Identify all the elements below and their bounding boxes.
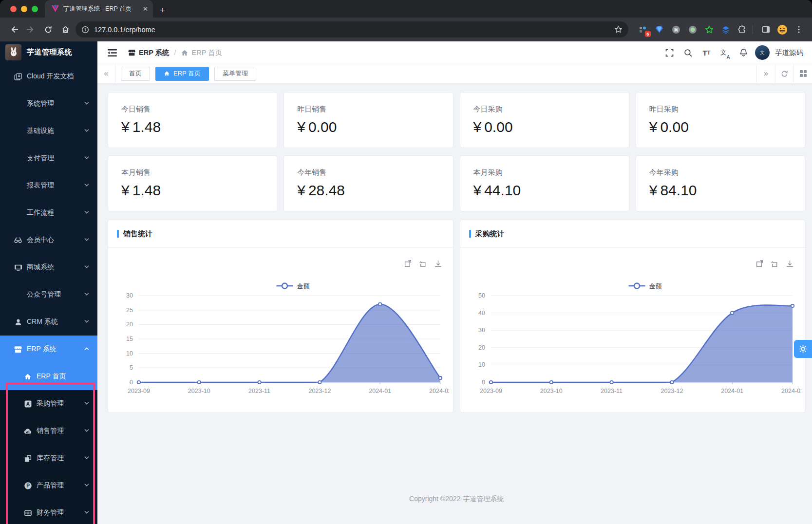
- purchase-area-chart[interactable]: 010203040502023-092023-102023-112023-122…: [465, 248, 801, 413]
- tab-close-icon[interactable]: ✕: [143, 5, 148, 13]
- new-tab-button[interactable]: +: [160, 3, 165, 18]
- bookmark-star-icon[interactable]: [614, 25, 623, 34]
- side-panel-icon[interactable]: [759, 22, 773, 37]
- tab-home[interactable]: 首页: [121, 67, 150, 81]
- tab-menu-management[interactable]: 菜单管理: [214, 67, 256, 81]
- sidebar-item-erp-home[interactable]: ERP 首页: [0, 363, 97, 390]
- chart-download-icon[interactable]: [434, 260, 442, 268]
- stat-value: ¥0.00: [473, 119, 616, 135]
- currency-symbol: ¥: [121, 119, 130, 135]
- data-point-marker[interactable]: [549, 381, 552, 384]
- settings-drawer-button[interactable]: [794, 340, 812, 358]
- sidebar-item-purchase-management[interactable]: A采购管理: [0, 390, 97, 417]
- sidebar-item-label: 会员中心: [27, 236, 54, 244]
- legend-marker-circle: [634, 283, 640, 289]
- data-point-marker[interactable]: [791, 304, 793, 307]
- chevron-down-icon: [84, 182, 90, 189]
- data-point-marker[interactable]: [610, 381, 613, 384]
- back-button[interactable]: [7, 22, 21, 37]
- chart-download-icon[interactable]: [786, 260, 794, 268]
- extension-gem-icon[interactable]: [652, 22, 666, 37]
- sales-area-chart[interactable]: 0510152025302023-092023-102023-112023-12…: [113, 248, 449, 413]
- tab-erp-home[interactable]: ERP 首页: [155, 67, 209, 81]
- extension-command-icon[interactable]: ⌘: [669, 22, 683, 37]
- sidebar-item-erp-system[interactable]: ERP 系统: [0, 336, 97, 363]
- sidebar-menu: Cloud 开发文档系统管理基础设施支付管理报表管理工作流程会员中心商城系统公众…: [0, 63, 97, 524]
- forward-button[interactable]: [24, 22, 38, 37]
- data-point-marker[interactable]: [137, 381, 140, 384]
- user-avatar[interactable]: 文: [755, 45, 770, 60]
- browser-tab[interactable]: 芋道管理系统 - ERP 首页 ✕: [45, 0, 153, 18]
- app-logo-row[interactable]: 芋道管理系统: [0, 41, 97, 63]
- extensions-puzzle-icon[interactable]: [735, 22, 749, 37]
- fullscreen-icon[interactable]: [662, 46, 677, 60]
- tabs-scroll-left-icon[interactable]: «: [97, 64, 115, 83]
- chart-restore-icon[interactable]: [771, 260, 779, 268]
- y-axis-tick-label: 30: [478, 327, 485, 334]
- font-size-icon[interactable]: TT: [699, 46, 714, 60]
- data-point-marker[interactable]: [318, 381, 321, 384]
- chart-toolbox: [755, 260, 794, 268]
- data-point-marker[interactable]: [489, 381, 492, 384]
- tabs-layout-grid-icon[interactable]: [793, 64, 812, 83]
- sidebar-item-system-management[interactable]: 系统管理: [0, 90, 97, 117]
- reload-button[interactable]: [41, 22, 56, 37]
- chart-restore-icon[interactable]: [419, 260, 427, 268]
- data-point-marker[interactable]: [731, 311, 734, 314]
- minimize-window-button[interactable]: [21, 6, 27, 12]
- sidebar-item-sales-management[interactable]: 销售管理: [0, 417, 97, 445]
- y-axis-tick-label: 15: [126, 336, 133, 342]
- extension-star-icon[interactable]: [702, 22, 716, 37]
- sidebar-item-inventory-management[interactable]: 库存管理: [0, 445, 97, 472]
- data-point-marker[interactable]: [258, 381, 261, 384]
- sidebar-item-finance-management[interactable]: 财务管理: [0, 499, 97, 524]
- y-axis-tick-label: 20: [478, 344, 485, 351]
- browser-menu-dots-icon[interactable]: [792, 22, 806, 37]
- search-icon[interactable]: [681, 46, 695, 60]
- extension-password-icon[interactable]: 6: [636, 22, 650, 37]
- breadcrumb-item-erp-system[interactable]: ERP 系统: [128, 48, 170, 57]
- address-bar[interactable]: 127.0.0.1/erp/home: [76, 21, 628, 37]
- locale-icon[interactable]: 文A: [718, 46, 732, 60]
- x-axis-tick-label: 2023-09: [128, 388, 150, 394]
- browser-home-button[interactable]: [58, 22, 73, 37]
- sidebar-item-cloud-docs[interactable]: Cloud 开发文档: [0, 63, 97, 90]
- maximize-window-button[interactable]: [32, 6, 38, 12]
- tabs-refresh-icon[interactable]: [775, 64, 793, 83]
- site-info-icon[interactable]: [81, 26, 89, 34]
- chevron-down-icon: [84, 318, 90, 326]
- sidebar-item-product-management[interactable]: P产品管理: [0, 472, 97, 499]
- cloud-chart-icon: [23, 427, 32, 435]
- extension-stack-icon[interactable]: [718, 22, 733, 37]
- data-point-marker[interactable]: [378, 303, 381, 306]
- close-window-button[interactable]: [10, 6, 17, 12]
- doc-icon: [14, 72, 22, 81]
- chart-zoom-icon[interactable]: [404, 260, 412, 268]
- sidebar-item-infrastructure[interactable]: 基础设施: [0, 117, 97, 145]
- username[interactable]: 芋道源码: [775, 48, 803, 57]
- chevron-down-icon: [84, 427, 90, 435]
- sidebar-item-official-account[interactable]: 公众号管理: [0, 281, 97, 308]
- collapse-sidebar-icon[interactable]: [108, 49, 117, 57]
- sidebar-item-crm-system[interactable]: CRM 系统: [0, 308, 97, 336]
- tabs-scroll-right-icon[interactable]: »: [756, 64, 775, 83]
- stat-card-month-sales: 本月销售¥1.48: [108, 155, 277, 211]
- data-point-marker[interactable]: [670, 381, 673, 384]
- sidebar-item-payment-management[interactable]: 支付管理: [0, 145, 97, 172]
- y-axis-tick-label: 40: [478, 310, 485, 317]
- sidebar-item-member-center[interactable]: 会员中心: [0, 226, 97, 254]
- data-point-marker[interactable]: [198, 381, 201, 384]
- legend-label[interactable]: 金额: [649, 282, 661, 290]
- member-icon: [14, 236, 22, 244]
- sidebar-item-mall-system[interactable]: 商城系统: [0, 254, 97, 281]
- extension-recorder-icon[interactable]: [685, 22, 699, 37]
- sidebar-item-workflow[interactable]: 工作流程: [0, 199, 97, 226]
- chart-zoom-icon[interactable]: [755, 260, 764, 268]
- sidebar-item-report-management[interactable]: 报表管理: [0, 172, 97, 199]
- data-point-marker[interactable]: [439, 376, 442, 379]
- breadcrumb-item-erp-home: ERP 首页: [181, 48, 222, 57]
- y-axis-tick-label: 30: [126, 292, 133, 299]
- profile-avatar[interactable]: [775, 22, 790, 37]
- legend-label[interactable]: 金额: [297, 282, 310, 290]
- notification-bell-icon[interactable]: [736, 46, 751, 60]
